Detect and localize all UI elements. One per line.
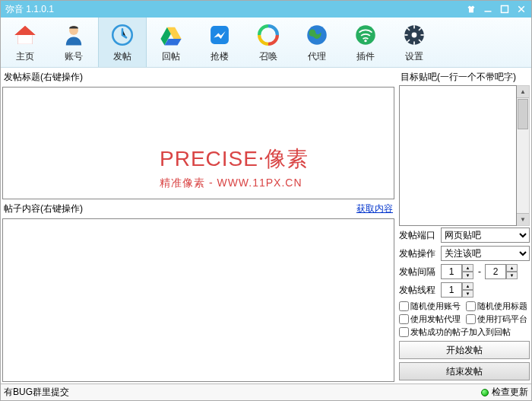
skin-icon[interactable] xyxy=(466,4,477,14)
tab-home[interactable]: 主页 xyxy=(1,18,49,67)
check-rand-account[interactable]: 随机使用账号 xyxy=(399,301,463,312)
main-toolbar: 主页 账号 发帖 回帖 抢楼 召唤 代理 插件 设置 xyxy=(1,18,531,68)
post-action-select[interactable]: 关注该吧 xyxy=(441,246,530,261)
bug-report-text: 有BUG群里提交 xyxy=(4,386,481,399)
status-led-icon xyxy=(481,389,489,396)
svg-point-12 xyxy=(364,39,366,41)
tab-label: 抢楼 xyxy=(211,50,229,63)
threads-spinner[interactable]: ▲▼ xyxy=(441,282,474,298)
content-area: 发帖标题(右键操作) 帖子内容(右键操作) 获取内容 目标贴吧(一行一个不带吧字… xyxy=(1,68,531,383)
messenger-icon xyxy=(207,22,233,48)
tab-summon[interactable]: 召唤 xyxy=(244,18,293,67)
tab-label: 发帖 xyxy=(113,50,131,63)
dash: - xyxy=(477,266,483,277)
svg-rect-18 xyxy=(421,34,424,36)
options-checks: 随机使用账号 随机使用标题 使用发帖代理 使用打码平台 发帖成功的帖子加入到回帖 xyxy=(399,299,530,339)
left-pane: 发帖标题(右键操作) 帖子内容(右键操作) 获取内容 xyxy=(1,68,397,383)
svg-rect-15 xyxy=(413,25,415,28)
interval-min-input[interactable] xyxy=(441,264,462,279)
window-buttons xyxy=(466,4,527,14)
check-use-proxy[interactable]: 使用发帖代理 xyxy=(399,313,463,325)
tab-label: 代理 xyxy=(308,50,326,63)
svg-rect-0 xyxy=(485,11,492,12)
target-area: ▲ ▼ xyxy=(399,85,530,226)
target-bar-input[interactable] xyxy=(399,85,517,226)
right-pane: 目标贴吧(一行一个不带吧字) ▲ ▼ 发帖端口 网页贴吧 发帖操作 关注该吧 发… xyxy=(397,68,531,383)
tab-label: 主页 xyxy=(16,50,34,63)
svg-rect-1 xyxy=(502,6,508,13)
tab-settings[interactable]: 设置 xyxy=(390,18,439,67)
home-icon xyxy=(12,22,38,48)
circle-icon xyxy=(255,22,281,48)
tab-label: 插件 xyxy=(356,50,375,63)
tab-reply[interactable]: 回帖 xyxy=(147,18,195,67)
scroll-thumb[interactable] xyxy=(518,99,528,129)
check-update-text: 检查更新 xyxy=(492,386,528,399)
get-content-link[interactable]: 获取内容 xyxy=(356,202,393,215)
target-label: 目标贴吧(一行一个不带吧字) xyxy=(399,69,530,85)
tab-label: 设置 xyxy=(405,50,423,63)
titlebar: 弥音 1.1.0.1 xyxy=(1,1,531,18)
post-port-label: 发帖端口 xyxy=(399,229,439,242)
statusbar: 有BUG群里提交 检查更新 xyxy=(1,383,531,400)
maximize-button[interactable] xyxy=(499,4,510,14)
gear-icon xyxy=(401,22,427,48)
spin-up-icon[interactable]: ▲ xyxy=(506,264,518,272)
check-add-reply[interactable]: 发帖成功的帖子加入到回帖 xyxy=(399,326,530,338)
wifi-icon xyxy=(353,22,378,48)
globe-icon xyxy=(304,22,330,48)
post-title-input[interactable] xyxy=(2,87,394,199)
svg-point-14 xyxy=(412,32,417,37)
close-button[interactable] xyxy=(516,4,527,14)
interval-min-spinner[interactable]: ▲▼ xyxy=(441,264,474,279)
spin-down-icon[interactable]: ▼ xyxy=(462,272,473,279)
interval-label: 发帖间隔 xyxy=(399,266,439,278)
svg-rect-16 xyxy=(413,41,415,44)
tab-proxy[interactable]: 代理 xyxy=(293,18,341,67)
check-rand-title[interactable]: 随机使用标题 xyxy=(466,301,530,312)
threads-input[interactable] xyxy=(441,282,462,298)
check-use-coding[interactable]: 使用打码平台 xyxy=(466,313,530,325)
post-action-label: 发帖操作 xyxy=(399,247,439,260)
tab-post[interactable]: 发帖 xyxy=(98,18,147,67)
update-area[interactable]: 检查更新 xyxy=(481,386,528,399)
tab-plugin[interactable]: 插件 xyxy=(341,18,390,67)
scrollbar[interactable]: ▲ ▼ xyxy=(517,85,530,226)
stop-post-button[interactable]: 结束发帖 xyxy=(399,362,530,380)
window-title: 弥音 1.1.0.1 xyxy=(5,3,466,16)
tab-grab[interactable]: 抢楼 xyxy=(195,18,244,67)
tab-account[interactable]: 账号 xyxy=(49,18,98,67)
spin-down-icon[interactable]: ▼ xyxy=(462,290,473,298)
tab-label: 回帖 xyxy=(162,50,180,63)
svg-rect-2 xyxy=(18,35,33,44)
spin-up-icon[interactable]: ▲ xyxy=(462,264,473,272)
scroll-down-icon[interactable]: ▼ xyxy=(517,213,529,225)
tab-label: 召唤 xyxy=(259,50,277,63)
threads-label: 发帖线程 xyxy=(399,284,439,297)
interval-max-input[interactable] xyxy=(485,264,506,279)
svg-rect-17 xyxy=(404,34,407,36)
post-content-input[interactable] xyxy=(2,218,394,382)
drive-icon xyxy=(158,22,184,48)
clock-icon xyxy=(109,22,135,48)
user-icon xyxy=(61,22,87,48)
start-post-button[interactable]: 开始发帖 xyxy=(399,341,530,359)
scroll-up-icon[interactable]: ▲ xyxy=(517,86,529,98)
post-port-select[interactable]: 网页贴吧 xyxy=(441,228,530,243)
minimize-button[interactable] xyxy=(483,4,493,14)
spin-down-icon[interactable]: ▼ xyxy=(506,272,518,279)
content-label: 帖子内容(右键操作) 获取内容 xyxy=(2,201,394,217)
interval-max-spinner[interactable]: ▲▼ xyxy=(485,264,518,279)
title-label: 发帖标题(右键操作) xyxy=(2,69,394,85)
tab-label: 账号 xyxy=(65,50,83,63)
spin-up-icon[interactable]: ▲ xyxy=(462,282,473,290)
